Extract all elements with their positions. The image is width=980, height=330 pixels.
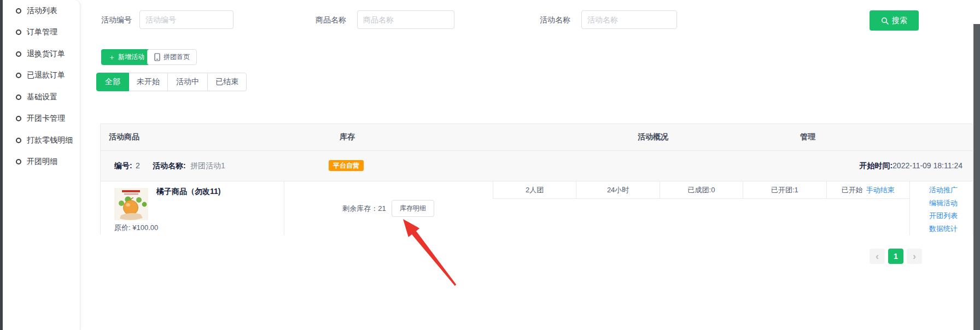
product-title: 橘子商品（勿改11) <box>156 187 220 197</box>
sidebar-item-refunded-orders[interactable]: 已退款订单 <box>3 69 80 81</box>
pagination-next-button[interactable]: › <box>907 249 922 264</box>
activity-no-label: 活动编号 <box>101 15 132 25</box>
activity-summary-row: 编号: 2 活动名称: 拼团活动1 平台自营 开始时间:2022-11-09 1… <box>101 151 972 181</box>
pagination-page-1[interactable]: 1 <box>888 249 903 264</box>
status-text: 已开始 <box>842 185 863 195</box>
activity-name-label: 活动名称 <box>540 15 570 25</box>
sidebar-item-label: 开团卡管理 <box>27 114 65 123</box>
circle-icon <box>16 116 21 121</box>
scrollbar-thumb[interactable] <box>973 24 980 330</box>
activity-detail-row: 橘子商品（勿改11) 原价: ¥100.00 剩余库存：21 库存明细 2人团 … <box>101 181 972 235</box>
cell-duration: 24小时 <box>576 181 660 198</box>
manual-end-link[interactable]: 手动结束 <box>866 185 895 195</box>
pagination-prev-button[interactable]: ‹ <box>870 249 885 264</box>
link-activity-promotion[interactable]: 活动推广 <box>929 186 964 195</box>
circle-icon <box>16 51 21 57</box>
page-number: 1 <box>894 252 898 261</box>
activity-no-input[interactable] <box>139 10 234 29</box>
tab-in-progress[interactable]: 活动中 <box>167 73 208 91</box>
sidebar-item-label: 打款零钱明细 <box>27 135 73 145</box>
sidebar-item-label: 基础设置 <box>27 92 57 102</box>
price-value: ¥100.00 <box>132 223 158 232</box>
search-button[interactable]: 搜索 <box>870 10 919 31</box>
circle-icon <box>16 95 21 100</box>
chevron-left-icon: ‹ <box>876 251 879 261</box>
search-button-label: 搜索 <box>892 16 907 26</box>
platform-badge: 平台自营 <box>329 160 364 171</box>
search-icon <box>881 17 889 25</box>
table-header: 活动商品 库存 活动概况 管理 <box>101 124 972 151</box>
cell-groups-opened: 已开团:1 <box>743 181 826 198</box>
add-activity-button[interactable]: ＋ 新增活动 <box>101 49 151 65</box>
status-tabs: 全部 未开始 活动中 已结束 <box>96 73 247 91</box>
tab-not-started[interactable]: 未开始 <box>129 73 168 91</box>
sidebar-item-label: 订单管理 <box>27 27 57 37</box>
remaining-stock: 剩余库存：21 <box>342 204 386 214</box>
circle-icon <box>16 30 21 35</box>
price-label: 原价: <box>114 223 131 232</box>
stock-detail-button[interactable]: 库存明细 <box>392 200 434 217</box>
activity-no-value: 2 <box>136 161 140 170</box>
activity-table: 活动商品 库存 活动概况 管理 编号: 2 活动名称: 拼团活动1 平台自营 开… <box>100 123 973 235</box>
sidebar-item-group-card-management[interactable]: 开团卡管理 <box>3 113 80 125</box>
product-image[interactable] <box>114 188 148 220</box>
tab-all[interactable]: 全部 <box>96 73 129 91</box>
mobile-icon <box>154 53 160 61</box>
link-group-list[interactable]: 开团列表 <box>929 212 964 220</box>
sidebar-item-order-management[interactable]: 订单管理 <box>3 26 80 38</box>
cell-group-size: 2人团 <box>493 181 576 198</box>
sidebar-item-label: 退换货订单 <box>27 49 65 59</box>
overview-cells: 2人团 24小时 已成团:0 已开团:1 已开始 手动结束 <box>493 181 909 199</box>
sidebar-item-label: 开团明细 <box>27 157 57 167</box>
col-activity-product: 活动商品 <box>109 132 139 142</box>
circle-icon <box>16 138 21 143</box>
sidebar-item-basic-settings[interactable]: 基础设置 <box>3 91 80 103</box>
sidebar-item-label: 活动列表 <box>27 6 57 16</box>
cell-status: 已开始 手动结束 <box>827 181 909 198</box>
page: 活动列表 订单管理 退换货订单 已退款订单 基础设置 开团卡管理 打款零钱明细 … <box>0 0 980 330</box>
cell-groups-completed: 已成团:0 <box>660 181 743 198</box>
col-stock: 库存 <box>340 132 355 142</box>
sidebar-item-return-exchange-orders[interactable]: 退换货订单 <box>3 48 80 60</box>
product-name-input[interactable] <box>357 10 454 29</box>
manage-links: 活动推广 编辑活动 开团列表 数据统计 <box>929 186 964 233</box>
activity-no-title: 编号: <box>114 161 132 171</box>
stock-cell: 剩余库存：21 库存明细 <box>284 181 493 235</box>
plus-icon: ＋ <box>108 54 115 61</box>
tab-ended[interactable]: 已结束 <box>207 73 247 91</box>
col-activity-overview: 活动概况 <box>638 132 668 142</box>
start-time-label: 开始时间: <box>859 161 892 170</box>
activity-name-value: 拼团活动1 <box>190 161 225 171</box>
divider <box>909 181 910 235</box>
col-manage: 管理 <box>800 132 815 142</box>
link-data-statistics[interactable]: 数据统计 <box>929 225 964 233</box>
product-name-label: 商品名称 <box>316 15 346 25</box>
product-price: 原价: ¥100.00 <box>114 223 158 233</box>
circle-icon <box>16 159 21 164</box>
sidebar-item-payment-change-detail[interactable]: 打款零钱明细 <box>3 134 80 146</box>
activity-name-input[interactable] <box>581 10 677 29</box>
link-edit-activity[interactable]: 编辑活动 <box>929 199 964 208</box>
group-home-button[interactable]: 拼团首页 <box>147 49 197 65</box>
sidebar-item-label: 已退款订单 <box>27 70 65 80</box>
circle-icon <box>16 73 21 78</box>
sidebar-item-activity-list[interactable]: 活动列表 <box>3 5 80 17</box>
start-time-value: 2022-11-09 18:11:24 <box>892 161 962 170</box>
circle-icon <box>16 8 21 14</box>
activity-name-title: 活动名称: <box>153 161 186 171</box>
start-time: 开始时间:2022-11-09 18:11:24 <box>859 161 962 171</box>
group-home-label: 拼团首页 <box>164 52 190 62</box>
chevron-right-icon: › <box>913 251 916 261</box>
sidebar: 活动列表 订单管理 退换货订单 已退款订单 基础设置 开团卡管理 打款零钱明细 … <box>3 0 80 330</box>
add-activity-label: 新增活动 <box>118 52 144 62</box>
sidebar-item-group-open-detail[interactable]: 开团明细 <box>3 156 80 168</box>
